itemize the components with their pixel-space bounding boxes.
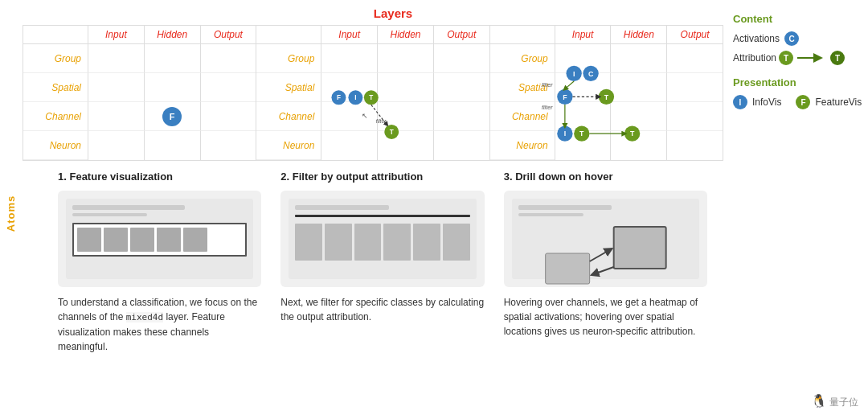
cell-3-spatial-hidden [610,73,666,102]
row-neuron-2: Neuron [256,131,321,160]
step-panel-3: 3. Drill down on hover [494,170,717,354]
cell-2-spatial-output [433,73,489,102]
svg-line-33 [589,249,612,261]
cell-1-group-hidden [144,44,200,73]
col-input-3: Input [555,26,611,43]
attribution-label: Attribution [733,52,776,64]
cell-2-group-output [433,44,489,73]
activations-label: Activations [733,33,780,44]
svg-line-34 [591,267,613,275]
presentation-section: Presentation I InfoVis F FeatureVis [733,76,858,109]
presentation-title: Presentation [733,76,858,88]
right-sidebar: Content Activations C Attribution T T Pr… [723,6,868,413]
row-group-3: Group [490,44,555,73]
step3-desc: Hovering over channels, we get a heatmap… [504,295,707,339]
cell-3-neuron-output [666,131,723,160]
cell-2-channel-hidden [377,102,433,131]
step1-desc: To understand a classification, we focus… [58,295,261,354]
col-output-1: Output [200,26,256,43]
cell-3-spatial-input [555,73,611,102]
step2-title: 2. Filter by output attribution [280,170,484,183]
cell-2-spatial-hidden [377,73,433,102]
table-body-3: Group Spatial Channel [490,44,723,160]
col-output-2: Output [433,26,489,43]
cell-3-neuron-input [555,131,611,160]
cell-2-neuron-output [433,131,489,160]
step1-title: 1. Feature visualization [58,170,261,183]
row-group-2: Group [256,44,321,73]
cell-3-group-output [666,44,723,73]
activations-row: Activations C [733,31,858,46]
cell-1-channel-output [200,102,256,131]
cell-3-group-input [555,44,611,73]
table-panel-3: Input Hidden Output Group Spatial [489,25,723,161]
col-hidden-1: Hidden [144,26,200,43]
table-panel-1: Input Hidden Output Group Spatial [23,25,256,161]
cell-2-group-hidden [377,44,433,73]
cell-3-neuron-hidden [610,131,666,160]
row-spatial-3: Spatial [490,73,555,102]
cell-3-channel-input [555,102,611,131]
bottom-section: 1. Feature visualization [23,161,723,357]
col-input-1: Input [88,26,144,43]
svg-rect-32 [613,227,665,269]
atoms-label: Atoms [6,195,18,232]
cell-3-spatial-output [666,73,723,102]
row-group: Group [23,44,88,73]
badge-t-from: T [779,51,793,65]
code-word: mixed4d [126,312,163,322]
step2-image [280,191,484,287]
step3-title: 3. Drill down on hover [504,170,707,183]
cell-2-spatial-input [321,73,377,102]
row-spatial-2: Spatial [256,73,321,102]
row-channel: Channel [23,102,88,131]
table-body-1: Group Spatial Channel F [23,44,256,160]
row-spatial: Spatial [23,73,88,102]
cell-1-neuron-input [88,131,144,160]
three-tables: Input Hidden Output Group Spatial [23,25,723,161]
cell-3-channel-hidden [610,102,666,131]
layers-title: Layers [63,6,723,20]
row-channel-2: Channel [256,102,321,131]
badge-i: I [733,95,747,109]
cell-1-channel-input [88,102,144,131]
row-channel-3: Channel [490,102,555,131]
table-body-2: Group Spatial Channel [256,44,489,160]
attribution-row: Attribution T T [733,51,858,65]
badge-c: C [784,31,799,46]
attribution-arrow [796,51,828,64]
content-title: Content [733,13,858,25]
cell-1-group-output [200,44,256,73]
cell-3-group-hidden [610,44,666,73]
table-panel-2: Input Hidden Output Group Spatial [256,25,489,161]
cell-2-group-input [321,44,377,73]
badge-t-to: T [830,51,845,65]
col-input-2: Input [321,26,377,43]
cell-1-spatial-hidden [144,73,200,102]
atoms-label-container: Atoms [0,6,23,413]
cell-2-neuron-input [321,131,377,160]
row-neuron-3: Neuron [490,131,555,160]
svg-rect-31 [545,253,589,284]
step2-desc: Next, we filter for specific classes by … [280,295,484,324]
featurevis-label: FeatureVis [815,97,862,108]
cell-1-neuron-hidden [144,131,200,160]
cell-2-neuron-hidden [377,131,433,160]
cell-1-spatial-input [88,73,144,102]
cell-1-channel-hidden: F [144,102,200,131]
step1-image [58,191,261,287]
col-hidden-3: Hidden [610,26,666,43]
step3-image [504,191,707,287]
cell-2-channel-input [321,102,377,131]
step-panel-1: 1. Feature visualization [48,170,271,354]
node-f-1: F [162,107,182,126]
cell-1-group-input [88,44,144,73]
cell-3-channel-output [666,102,723,131]
cell-2-channel-output [433,102,489,131]
row-neuron: Neuron [23,131,88,160]
watermark: 🐧 量子位 [811,393,858,409]
cell-1-neuron-output [200,131,256,160]
infovis-row: I InfoVis F FeatureVis [733,95,858,109]
step-panel-2: 2. Filter by output attribution [271,170,493,354]
infovis-label: InfoVis [752,97,781,108]
